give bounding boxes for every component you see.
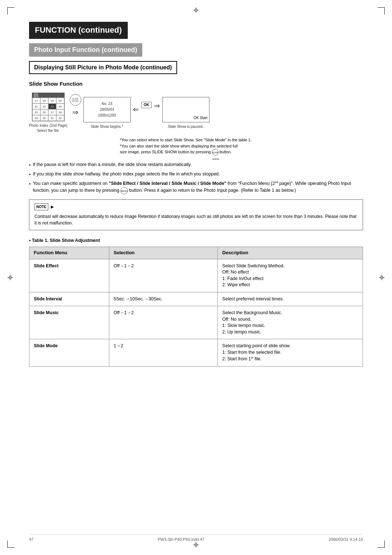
slide-paused-caption: Slide Show is paused. bbox=[168, 124, 203, 129]
section-title-banner: Displaying Still Picture in Photo Mode (… bbox=[29, 61, 177, 74]
description-cell-2: Select the Background Music.Off: No soun… bbox=[218, 306, 363, 339]
selection-cell-1: 5Sec.→10Sec.→30Sec. bbox=[109, 292, 218, 306]
slideshow-button-icon: SLIDESHOW bbox=[70, 94, 81, 106]
footer-file: PW3-3th-P40-P50.indd 47 bbox=[158, 537, 204, 542]
photo-cell-30: 30 bbox=[40, 115, 48, 121]
slide-begins-caption: Slide Show begins.* bbox=[91, 124, 123, 129]
photo-cell-24: 24 bbox=[56, 104, 64, 109]
function-cell-1: Slide Interval bbox=[29, 292, 109, 306]
photo-cell-22: 22 bbox=[40, 104, 48, 109]
slide-info-box: No. 23 28/05/03 1600x1200 Slide Show beg… bbox=[83, 97, 131, 129]
photo-cell-19: 19 bbox=[48, 98, 56, 104]
function-cell-3: Slide Mode bbox=[29, 339, 109, 366]
col-header-function: Function Menu bbox=[29, 247, 109, 259]
page-number: 47 bbox=[29, 537, 33, 542]
note-arrow: ▶ bbox=[51, 205, 54, 209]
col-header-description: Description bbox=[218, 247, 363, 259]
footnotes: *You can select where to start Slide Sho… bbox=[120, 137, 363, 155]
diagram-area: 17181920212223242526272829303132 Photo I… bbox=[29, 93, 363, 133]
slideshow-mini-icon: SLIDESHOW bbox=[212, 149, 219, 155]
page-footer: 47 PW3-3th-P40-P50.indd 47 2006/03/31 9:… bbox=[29, 534, 363, 542]
description-cell-0: Select Slide Switching Method.Off: No ef… bbox=[218, 259, 363, 292]
photo-cell-26: 26 bbox=[40, 109, 48, 115]
table-row-1: Slide Interval5Sec.→10Sec.→30Sec.Select … bbox=[29, 292, 363, 306]
note-label: NOTE bbox=[34, 203, 48, 210]
note-text: Contrast will decrease automatically to … bbox=[34, 213, 358, 226]
bullet-item-1: • If the pause is left for more than a m… bbox=[29, 161, 363, 169]
main-title: FUNCTION (continued) bbox=[29, 22, 128, 39]
footer-date: 2006/03/31 9:14:19 bbox=[328, 537, 363, 542]
slide-adjustment-table: Function Menu Selection Description Slid… bbox=[29, 247, 363, 366]
photo-cell-23: 23 bbox=[48, 104, 56, 109]
selection-cell-0: Off→1→2 bbox=[109, 259, 218, 292]
photo-cell-27: 27 bbox=[48, 109, 56, 115]
photo-cell-28: 28 bbox=[56, 109, 64, 115]
photo-cell-25: 25 bbox=[32, 109, 40, 115]
bullet-item-3: • You can make specific adjustment on "S… bbox=[29, 180, 363, 194]
sub-title: Photo Input Function (continued) bbox=[29, 43, 142, 57]
photo-cell-29: 29 bbox=[32, 115, 40, 121]
function-cell-0: Slide Effect bbox=[29, 259, 109, 292]
table-section: • Table 1. Slide Show Adjustment Functio… bbox=[29, 238, 363, 366]
photo-index-box: 17181920212223242526272829303132 Photo I… bbox=[29, 93, 68, 133]
description-cell-1: Select preferred interval times. bbox=[218, 292, 363, 306]
photo-cell-32: 32 bbox=[56, 115, 64, 121]
table-caption: • Table 1. Slide Show Adjustment bbox=[29, 238, 363, 244]
photo-cell-17: 17 bbox=[32, 98, 40, 104]
photo-cell-21: 21 bbox=[32, 104, 40, 109]
bullet-list: • If the pause is left for more than a m… bbox=[29, 161, 363, 194]
table-row-0: Slide EffectOff→1→2Select Slide Switchin… bbox=[29, 259, 363, 292]
slide-show-title: Slide Show Function bbox=[29, 80, 363, 88]
ok-button-box: OK bbox=[141, 102, 152, 110]
table-row-3: Slide Mode1→2Select starting point of sl… bbox=[29, 339, 363, 366]
bullet-item-2: • If you stop the slide show halfway, th… bbox=[29, 171, 363, 178]
description-cell-3: Select starting point of slide show.1: S… bbox=[218, 339, 363, 366]
table-row-2: Slide MusicOff→1→2Select the Background … bbox=[29, 306, 363, 339]
menu-icon: MENU bbox=[121, 187, 128, 194]
col-header-selection: Selection bbox=[109, 247, 218, 259]
selection-cell-2: Off→1→2 bbox=[109, 306, 218, 339]
selection-cell-3: 1→2 bbox=[109, 339, 218, 366]
function-cell-2: Slide Music bbox=[29, 306, 109, 339]
note-box: NOTE ▶ Contrast will decrease automatica… bbox=[29, 199, 363, 230]
camera-icon bbox=[34, 93, 38, 97]
photo-index-grid: 17181920212223242526272829303132 bbox=[32, 93, 65, 121]
photo-index-caption: Photo Index (2nd Page) Select the file. bbox=[29, 123, 68, 133]
photo-cell-20: 20 bbox=[56, 98, 64, 104]
ok-button[interactable]: OK bbox=[141, 102, 152, 108]
photo-cell-31: 31 bbox=[48, 115, 56, 121]
photo-cell-18: 18 bbox=[40, 98, 48, 104]
pause-box: OK Start Slide Show is paused. bbox=[162, 97, 209, 129]
